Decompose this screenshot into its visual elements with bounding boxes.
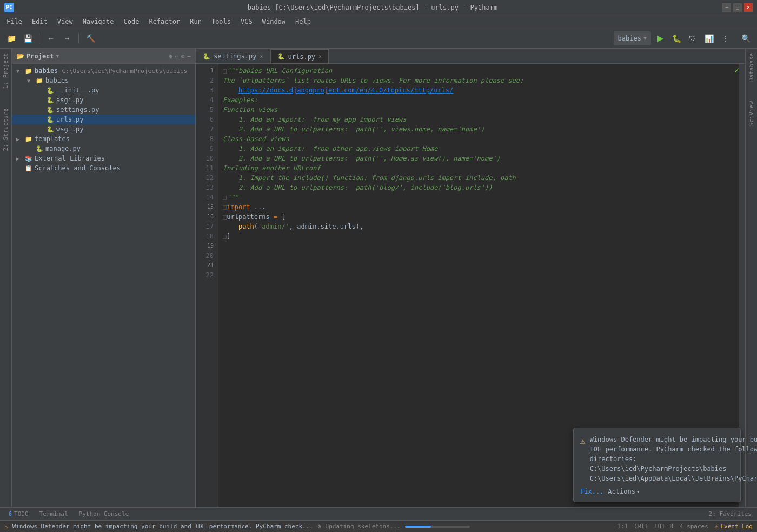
- settings-tab-icon: 🐍: [203, 53, 210, 60]
- tree-item-root[interactable]: ▼ 📁 babies C:\Users\ied\PycharmProjects\…: [12, 66, 195, 76]
- menu-edit[interactable]: Edit: [28, 17, 52, 26]
- tab-urls[interactable]: 🐍 urls.py ×: [270, 49, 329, 63]
- toolbar-build-button[interactable]: 🔨: [83, 31, 97, 45]
- minimize-button[interactable]: −: [722, 3, 731, 12]
- sidebar-item-structure[interactable]: 2: Structure: [1, 104, 10, 155]
- menu-navigate[interactable]: Navigate: [78, 17, 118, 26]
- project-collapse-icon[interactable]: ⇐: [175, 52, 178, 60]
- project-locate-icon[interactable]: ⊕: [169, 52, 172, 60]
- menu-run[interactable]: Run: [185, 17, 206, 26]
- menu-help[interactable]: Help: [291, 17, 315, 26]
- code-line-21: □]: [223, 231, 730, 241]
- status-event-log[interactable]: ⚠ Event Log: [715, 523, 753, 530]
- code-line-14: 2. Add a URL to urlpatterns: path('blog/…: [223, 183, 730, 192]
- line-7: 7: [196, 124, 218, 134]
- toolbar-more-button[interactable]: ⋮: [718, 31, 732, 45]
- tree-item-manage[interactable]: 🐍 manage.py: [12, 144, 195, 154]
- line-6: 6: [196, 115, 218, 124]
- tree-item-init[interactable]: 🐍 __init__.py: [12, 85, 195, 95]
- urls-file-icon: 🐍: [47, 116, 54, 123]
- code-line-6: Function views: [223, 105, 730, 115]
- tab-settings[interactable]: 🐍 settings.py ×: [196, 49, 270, 63]
- progress-bar: [405, 526, 470, 528]
- menu-window[interactable]: Window: [258, 17, 290, 26]
- run-config-selector[interactable]: babies ▼: [614, 31, 651, 45]
- templates-folder-icon: 📁: [25, 136, 32, 143]
- menu-refactor[interactable]: Refactor: [144, 17, 184, 26]
- menu-code[interactable]: Code: [119, 17, 144, 26]
- bottom-tab-terminal[interactable]: Terminal: [35, 508, 72, 520]
- sidebar-item-sciview[interactable]: SciView: [747, 97, 756, 130]
- code-line-3: The `urlpatterns` list routes URLs to vi…: [223, 76, 730, 85]
- toolbar-open-button[interactable]: 📁: [4, 31, 18, 45]
- project-header: 📂 Project ▼ ⊕ ⇐ ⚙ −: [12, 49, 195, 64]
- toolbar-coverage-button[interactable]: 🛡: [686, 31, 700, 45]
- toolbar-separator-1: [39, 33, 39, 44]
- status-indent[interactable]: 4 spaces: [680, 523, 708, 530]
- bottom-tab-python-console[interactable]: Python Console: [75, 508, 134, 520]
- tree-item-babies-folder[interactable]: ▼ 📁 babies: [12, 76, 195, 85]
- menu-vcs[interactable]: VCS: [236, 17, 257, 26]
- notification-actions-btn[interactable]: Actions ▾: [608, 488, 640, 495]
- toolbar-save-button[interactable]: 💾: [21, 31, 35, 45]
- tree-label-wsgi: wsgi.py: [56, 125, 84, 133]
- line-11: 11: [196, 163, 218, 173]
- init-file-icon: 🐍: [47, 87, 54, 94]
- menu-tools[interactable]: Tools: [207, 17, 235, 26]
- left-sidebar: 1: Project 2: Structure: [0, 49, 12, 507]
- tree-item-templates[interactable]: ▶ 📁 templates: [12, 134, 195, 144]
- favorites-sidebar: 2: Favorites: [708, 506, 753, 522]
- line-5: 5: [196, 105, 218, 115]
- toolbar: 📁 💾 ← → 🔨 babies ▼ ▶ 🐛 🛡 📊 ⋮ 🔍: [0, 28, 757, 49]
- line-14: 14: [196, 192, 218, 202]
- sidebar-item-database[interactable]: Database: [747, 49, 756, 86]
- urls-tab-close[interactable]: ×: [318, 54, 322, 59]
- tree-item-asgi[interactable]: 🐍 asgi.py: [12, 95, 195, 105]
- sidebar-item-project[interactable]: 1: Project: [1, 49, 10, 93]
- code-line-8: 2. Add a URL to urlpatterns: path('', vi…: [223, 124, 730, 134]
- line-12: 12: [196, 173, 218, 183]
- tree-label-asgi: asgi.py: [56, 96, 84, 104]
- run-button[interactable]: ▶: [653, 31, 667, 45]
- tab-urls-label: urls.py: [288, 53, 316, 61]
- status-warning-text: Windows Defender might be impacting your…: [12, 523, 313, 530]
- notification-fix-link[interactable]: Fix...: [580, 488, 603, 495]
- tree-item-settings[interactable]: 🐍 settings.py: [12, 105, 195, 115]
- asgi-file-icon: 🐍: [47, 97, 54, 104]
- line-numbers: 1 2 3 4 5 6 7 8 9 10 11 12 13 14 15 16 1…: [196, 64, 218, 507]
- tree-arrow-babies: ▼: [27, 78, 34, 84]
- status-position[interactable]: 1:1: [617, 523, 628, 530]
- tree-label-ext-libs: External Libraries: [35, 155, 105, 162]
- line-13: 13: [196, 183, 218, 192]
- root-folder-icon: 📁: [25, 68, 32, 75]
- manage-file-icon: 🐍: [36, 145, 43, 152]
- project-dropdown-icon[interactable]: ▼: [56, 53, 59, 59]
- toolbar-back-button[interactable]: ←: [44, 31, 58, 45]
- project-settings-icon[interactable]: ⚙: [181, 52, 185, 60]
- code-line-19: □urlpatterns = [: [223, 212, 730, 222]
- code-line-10: 1. Add an import: from other_app.views i…: [223, 144, 730, 154]
- menu-file[interactable]: File: [2, 17, 26, 26]
- code-line-11: 2. Add a URL to urlpatterns: path('', Ho…: [223, 154, 730, 163]
- toolbar-profile-button[interactable]: 📊: [702, 31, 716, 45]
- notification-text: Windows Defender might be impacting your…: [590, 435, 757, 483]
- tree-item-scratches[interactable]: 📋 Scratches and Consoles: [12, 163, 195, 173]
- settings-tab-close[interactable]: ×: [260, 54, 263, 59]
- sidebar-item-favorites[interactable]: 2: Favorites: [708, 506, 753, 522]
- status-encoding[interactable]: UTF-8: [655, 523, 673, 530]
- toolbar-forward-button[interactable]: →: [60, 31, 74, 45]
- search-everywhere-button[interactable]: 🔍: [739, 31, 753, 45]
- line-16: 16: [196, 212, 218, 222]
- status-line-sep[interactable]: CRLF: [634, 523, 649, 530]
- event-warning-icon: ⚠: [715, 523, 719, 530]
- bottom-tab-todo[interactable]: 6 TODO: [4, 508, 33, 520]
- close-button[interactable]: ×: [744, 3, 753, 12]
- tree-item-wsgi[interactable]: 🐍 wsgi.py: [12, 124, 195, 134]
- menu-view[interactable]: View: [53, 17, 77, 26]
- code-line-15: □""": [223, 192, 730, 202]
- debug-button[interactable]: 🐛: [669, 31, 683, 45]
- maximize-button[interactable]: □: [733, 3, 742, 12]
- tree-item-urls[interactable]: 🐍 urls.py: [12, 115, 195, 124]
- project-hide-icon[interactable]: −: [187, 52, 191, 60]
- tree-item-external-libs[interactable]: ▶ 📚 External Libraries: [12, 154, 195, 163]
